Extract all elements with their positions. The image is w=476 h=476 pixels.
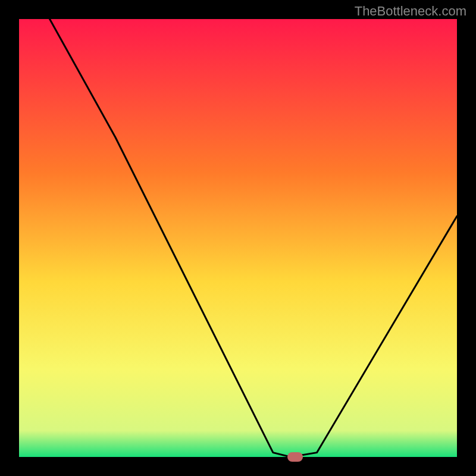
chart-plot-area (19, 19, 457, 457)
chart-curve (19, 19, 457, 457)
chart-marker (287, 452, 303, 462)
watermark-text: TheBottleneck.com (355, 4, 466, 19)
